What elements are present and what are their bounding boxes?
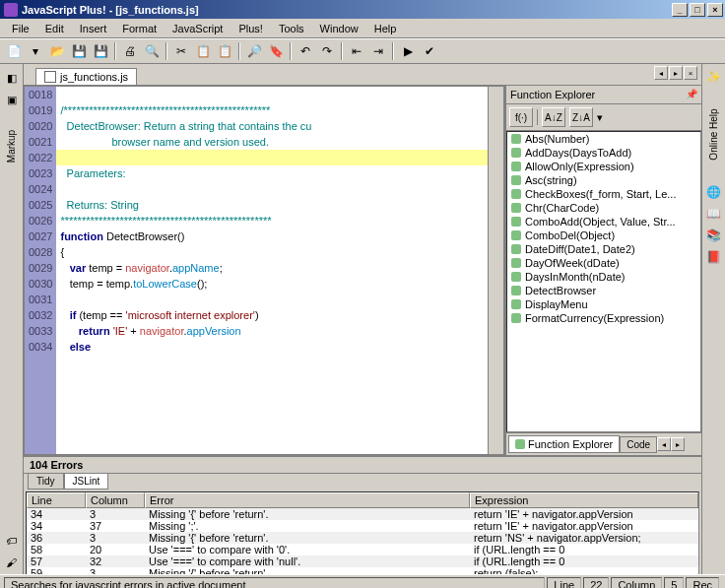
book-icon[interactable]: 📖 — [705, 205, 723, 223]
code-line[interactable]: function DetectBrowser() — [56, 229, 488, 244]
code-line[interactable]: Returns: String — [56, 197, 488, 213]
function-item[interactable]: DisplayMenu — [507, 297, 700, 311]
code-editor[interactable]: 0018001900200021002200230024002500260027… — [24, 86, 504, 455]
code-line[interactable] — [56, 150, 488, 165]
function-item[interactable]: FormatCurrency(Expression) — [507, 311, 700, 325]
library-icon[interactable]: 📚 — [705, 227, 723, 244]
code-line[interactable]: /***************************************… — [56, 102, 488, 118]
close-button[interactable]: × — [707, 3, 723, 17]
menu-file[interactable]: File — [4, 21, 37, 36]
menu-javascript[interactable]: JavaScript — [165, 21, 231, 36]
cut-icon[interactable]: ✂ — [171, 41, 191, 61]
function-item[interactable]: AddDays(DaysToAdd) — [507, 146, 700, 160]
function-item[interactable]: Abs(Number) — [507, 132, 700, 146]
function-item[interactable]: DayOfWeek(dDate) — [507, 256, 700, 270]
menu-tools[interactable]: Tools — [271, 21, 312, 36]
code-line[interactable] — [56, 292, 488, 307]
function-item[interactable]: CheckBoxes(f_form, Start, Le... — [507, 187, 700, 201]
menu-plus![interactable]: Plus! — [231, 21, 270, 36]
function-item[interactable]: DetectBrowser — [507, 284, 700, 297]
dropdown-icon[interactable]: ▾ — [26, 41, 45, 61]
indent-left-icon[interactable]: ⇤ — [347, 41, 366, 61]
jslint-tab[interactable]: JSLint — [64, 474, 109, 490]
new-file-icon[interactable]: 📄 — [4, 41, 24, 61]
tab-prev-icon[interactable]: ◂ — [654, 66, 668, 80]
save-icon[interactable]: 💾 — [69, 41, 89, 61]
tag-icon[interactable]: 🏷 — [3, 532, 21, 550]
menu-edit[interactable]: Edit — [37, 21, 72, 36]
paste-icon[interactable]: 📋 — [215, 41, 234, 61]
sort-za-button[interactable]: Z↓A — [569, 107, 593, 127]
error-row[interactable]: 363Missing '{' before 'return'.return 'N… — [27, 532, 698, 544]
code-area[interactable]: /***************************************… — [56, 87, 488, 454]
print-icon[interactable]: 🖨 — [120, 41, 140, 61]
tool-icon[interactable]: ◧ — [3, 69, 21, 87]
code-line[interactable]: browser name and version used. — [56, 134, 488, 150]
tool-icon[interactable]: ▣ — [3, 91, 21, 108]
code-line[interactable]: { — [56, 244, 488, 260]
find-icon[interactable]: 🔎 — [244, 41, 264, 61]
column-header-error[interactable]: Error — [145, 492, 470, 508]
error-row[interactable]: 5820Use '===' to compare with '0'.if (UR… — [27, 544, 698, 555]
tab-close-icon[interactable]: × — [684, 66, 697, 80]
code-line[interactable]: else — [56, 339, 488, 355]
column-header-expression[interactable]: Expression — [470, 492, 698, 508]
code-line[interactable]: DetectBrowser: Return a string that cont… — [56, 118, 488, 134]
function-list[interactable]: Abs(Number)AddDays(DaysToAdd)AllowOnly(E… — [506, 131, 701, 432]
function-item[interactable]: DaysInMonth(nDate) — [507, 270, 700, 284]
column-header-line[interactable]: Line — [27, 492, 86, 508]
tab-prev-icon[interactable]: ◂ — [657, 437, 671, 451]
code-line[interactable]: ****************************************… — [56, 213, 488, 229]
check-icon[interactable]: ✔ — [420, 41, 439, 61]
function-filter-button[interactable]: f(·) — [509, 107, 533, 127]
function-item[interactable]: Chr(CharCode) — [507, 201, 700, 215]
code-line[interactable]: return 'IE' + navigator.appVersion — [56, 323, 488, 339]
minimize-button[interactable]: _ — [672, 3, 688, 17]
undo-icon[interactable]: ↶ — [296, 41, 315, 61]
error-row[interactable]: 3437Missing ';'.return 'IE' + navigator.… — [27, 520, 698, 532]
globe-icon[interactable]: 🌐 — [705, 183, 723, 201]
tab-next-icon[interactable]: ▸ — [671, 437, 685, 451]
bookmark-icon[interactable]: 🔖 — [266, 41, 286, 61]
online-help-tab[interactable]: Online Help — [708, 108, 719, 160]
function-item[interactable]: Asc(string) — [507, 173, 700, 187]
pin-icon[interactable]: 📌 — [686, 89, 697, 100]
dropdown-icon[interactable]: ▾ — [597, 111, 603, 124]
tidy-tab[interactable]: Tidy — [28, 474, 64, 490]
code-tab[interactable]: Code — [620, 436, 657, 453]
function-item[interactable]: ComboDel(Object) — [507, 229, 700, 242]
error-row[interactable]: 5732Use '===' to compare with 'null'.if … — [27, 555, 698, 567]
sort-az-button[interactable]: A↓Z — [542, 107, 565, 127]
menu-window[interactable]: Window — [312, 21, 366, 36]
redo-icon[interactable]: ↷ — [317, 41, 337, 61]
open-file-icon[interactable]: 📂 — [47, 41, 67, 61]
code-line[interactable] — [56, 87, 488, 102]
file-tab[interactable]: js_functions.js — [35, 68, 137, 85]
code-line[interactable] — [56, 181, 488, 197]
help-book-icon[interactable]: 📕 — [705, 248, 723, 266]
code-line[interactable]: var temp = navigator.appName; — [56, 260, 488, 276]
menu-format[interactable]: Format — [114, 21, 165, 36]
markup-tab-label[interactable]: Markup — [6, 130, 17, 163]
tab-next-icon[interactable]: ▸ — [669, 66, 683, 80]
copy-icon[interactable]: 📋 — [193, 41, 213, 61]
function-item[interactable]: AllowOnly(Expression) — [507, 160, 700, 173]
code-line[interactable]: Parameters: — [56, 165, 488, 181]
preview-icon[interactable]: 🔍 — [142, 41, 162, 61]
error-row[interactable]: 343Missing '{' before 'return'.return 'I… — [27, 508, 698, 520]
code-line[interactable]: if (temp == 'microsoft internet explorer… — [56, 307, 488, 323]
menu-help[interactable]: Help — [366, 21, 405, 36]
run-icon[interactable]: ▶ — [398, 41, 418, 61]
maximize-button[interactable]: □ — [690, 3, 705, 17]
indent-right-icon[interactable]: ⇥ — [368, 41, 388, 61]
save-all-icon[interactable]: 💾 — [91, 41, 110, 61]
menu-insert[interactable]: Insert — [72, 21, 115, 36]
brush-icon[interactable]: 🖌 — [3, 554, 21, 571]
code-line[interactable]: temp = temp.toLowerCase(); — [56, 276, 488, 292]
column-header-column[interactable]: Column — [86, 492, 145, 508]
wand-icon[interactable]: ✨ — [705, 68, 723, 86]
function-explorer-tab[interactable]: Function Explorer — [508, 435, 620, 453]
vertical-scrollbar[interactable] — [488, 87, 503, 454]
function-item[interactable]: ComboAdd(Object, Value, Str... — [507, 215, 700, 229]
function-item[interactable]: DateDiff(Date1, Date2) — [507, 242, 700, 256]
